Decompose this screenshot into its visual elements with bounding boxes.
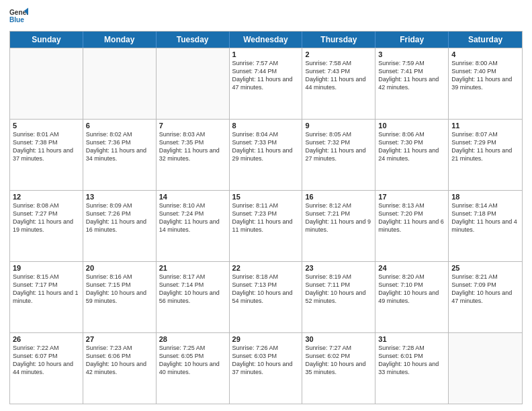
day-cell-22: 22Sunrise: 8:18 AM Sunset: 7:13 PM Dayli… xyxy=(230,262,303,332)
day-cell-12: 12Sunrise: 8:08 AM Sunset: 7:27 PM Dayli… xyxy=(10,191,83,261)
day-header-tuesday: Tuesday xyxy=(157,32,230,48)
day-info: Sunrise: 8:10 AM Sunset: 7:24 PM Dayligh… xyxy=(159,201,226,234)
day-info: Sunrise: 8:02 AM Sunset: 7:36 PM Dayligh… xyxy=(86,130,153,163)
day-info: Sunrise: 8:05 AM Sunset: 7:32 PM Dayligh… xyxy=(305,130,372,163)
day-number: 2 xyxy=(305,50,372,58)
day-number: 27 xyxy=(86,335,153,343)
logo: General Blue xyxy=(9,7,28,26)
day-cell-29: 29Sunrise: 7:26 AM Sunset: 6:03 PM Dayli… xyxy=(230,333,303,404)
day-info: Sunrise: 7:58 AM Sunset: 7:43 PM Dayligh… xyxy=(305,59,372,92)
day-info: Sunrise: 8:19 AM Sunset: 7:11 PM Dayligh… xyxy=(305,273,372,306)
day-info: Sunrise: 8:11 AM Sunset: 7:23 PM Dayligh… xyxy=(232,201,300,234)
day-info: Sunrise: 8:21 AM Sunset: 7:09 PM Dayligh… xyxy=(451,273,519,306)
day-cell-26: 26Sunrise: 7:22 AM Sunset: 6:07 PM Dayli… xyxy=(10,333,83,404)
day-number: 9 xyxy=(305,122,372,130)
day-cell-19: 19Sunrise: 8:15 AM Sunset: 7:17 PM Dayli… xyxy=(10,262,83,332)
day-number: 18 xyxy=(451,193,519,201)
day-number: 12 xyxy=(13,193,80,201)
day-number: 13 xyxy=(86,193,153,201)
day-cell-13: 13Sunrise: 8:09 AM Sunset: 7:26 PM Dayli… xyxy=(83,191,157,261)
day-info: Sunrise: 7:57 AM Sunset: 7:44 PM Dayligh… xyxy=(232,59,300,92)
day-header-saturday: Saturday xyxy=(449,32,522,48)
day-info: Sunrise: 8:20 AM Sunset: 7:10 PM Dayligh… xyxy=(378,273,445,306)
day-number: 6 xyxy=(86,122,153,130)
day-number: 29 xyxy=(232,335,300,343)
day-cell-8: 8Sunrise: 8:04 AM Sunset: 7:33 PM Daylig… xyxy=(230,120,303,190)
day-number: 28 xyxy=(159,335,226,343)
day-info: Sunrise: 8:01 AM Sunset: 7:38 PM Dayligh… xyxy=(13,130,80,163)
day-header-sunday: Sunday xyxy=(10,32,83,48)
day-cell-7: 7Sunrise: 8:03 AM Sunset: 7:35 PM Daylig… xyxy=(157,120,230,190)
day-cell-23: 23Sunrise: 8:19 AM Sunset: 7:11 PM Dayli… xyxy=(302,262,375,332)
day-cell-24: 24Sunrise: 8:20 AM Sunset: 7:10 PM Dayli… xyxy=(375,262,449,332)
day-cell-18: 18Sunrise: 8:14 AM Sunset: 7:18 PM Dayli… xyxy=(449,191,522,261)
week-row-3: 12Sunrise: 8:08 AM Sunset: 7:27 PM Dayli… xyxy=(10,190,522,261)
calendar-body: 1Sunrise: 7:57 AM Sunset: 7:44 PM Daylig… xyxy=(10,48,522,404)
day-number: 30 xyxy=(305,335,372,343)
day-cell-17: 17Sunrise: 8:13 AM Sunset: 7:20 PM Dayli… xyxy=(375,191,449,261)
week-row-2: 5Sunrise: 8:01 AM Sunset: 7:38 PM Daylig… xyxy=(10,119,522,190)
day-cell-21: 21Sunrise: 8:17 AM Sunset: 7:14 PM Dayli… xyxy=(157,262,230,332)
day-number: 11 xyxy=(451,122,519,130)
day-cell-3: 3Sunrise: 7:59 AM Sunset: 7:41 PM Daylig… xyxy=(375,48,449,119)
empty-cell xyxy=(10,48,83,119)
day-header-thursday: Thursday xyxy=(302,32,375,48)
day-cell-11: 11Sunrise: 8:07 AM Sunset: 7:29 PM Dayli… xyxy=(449,120,522,190)
week-row-5: 26Sunrise: 7:22 AM Sunset: 6:07 PM Dayli… xyxy=(10,332,522,404)
day-cell-4: 4Sunrise: 8:00 AM Sunset: 7:40 PM Daylig… xyxy=(449,48,522,119)
logo-icon: General Blue xyxy=(9,7,28,26)
day-cell-30: 30Sunrise: 7:27 AM Sunset: 6:02 PM Dayli… xyxy=(302,333,375,404)
day-info: Sunrise: 8:12 AM Sunset: 7:21 PM Dayligh… xyxy=(305,201,372,234)
day-info: Sunrise: 8:17 AM Sunset: 7:14 PM Dayligh… xyxy=(159,273,226,306)
day-header-monday: Monday xyxy=(83,32,157,48)
day-number: 25 xyxy=(451,264,519,272)
day-info: Sunrise: 8:13 AM Sunset: 7:20 PM Dayligh… xyxy=(378,201,445,234)
day-cell-10: 10Sunrise: 8:06 AM Sunset: 7:30 PM Dayli… xyxy=(375,120,449,190)
calendar-header: SundayMondayTuesdayWednesdayThursdayFrid… xyxy=(10,32,522,48)
day-number: 15 xyxy=(232,193,300,201)
day-info: Sunrise: 7:23 AM Sunset: 6:06 PM Dayligh… xyxy=(86,344,153,377)
day-info: Sunrise: 8:08 AM Sunset: 7:27 PM Dayligh… xyxy=(13,201,80,234)
day-cell-6: 6Sunrise: 8:02 AM Sunset: 7:36 PM Daylig… xyxy=(83,120,157,190)
day-number: 23 xyxy=(305,264,372,272)
day-info: Sunrise: 8:03 AM Sunset: 7:35 PM Dayligh… xyxy=(159,130,226,163)
day-cell-2: 2Sunrise: 7:58 AM Sunset: 7:43 PM Daylig… xyxy=(302,48,375,119)
day-number: 19 xyxy=(13,264,80,272)
day-info: Sunrise: 7:28 AM Sunset: 6:01 PM Dayligh… xyxy=(378,344,445,377)
day-number: 31 xyxy=(378,335,445,343)
day-info: Sunrise: 8:14 AM Sunset: 7:18 PM Dayligh… xyxy=(451,201,519,234)
empty-cell xyxy=(83,48,157,119)
day-number: 21 xyxy=(159,264,226,272)
day-number: 14 xyxy=(159,193,226,201)
day-info: Sunrise: 7:26 AM Sunset: 6:03 PM Dayligh… xyxy=(232,344,300,377)
day-number: 4 xyxy=(451,50,519,58)
day-header-wednesday: Wednesday xyxy=(230,32,303,48)
day-number: 8 xyxy=(232,122,300,130)
day-number: 22 xyxy=(232,264,300,272)
day-number: 24 xyxy=(378,264,445,272)
day-number: 3 xyxy=(378,50,445,58)
week-row-4: 19Sunrise: 8:15 AM Sunset: 7:17 PM Dayli… xyxy=(10,261,522,332)
day-header-friday: Friday xyxy=(375,32,449,48)
day-number: 1 xyxy=(232,50,300,58)
day-number: 20 xyxy=(86,264,153,272)
day-number: 17 xyxy=(378,193,445,201)
day-cell-20: 20Sunrise: 8:16 AM Sunset: 7:15 PM Dayli… xyxy=(83,262,157,332)
day-info: Sunrise: 8:06 AM Sunset: 7:30 PM Dayligh… xyxy=(378,130,445,163)
day-cell-27: 27Sunrise: 7:23 AM Sunset: 6:06 PM Dayli… xyxy=(83,333,157,404)
day-info: Sunrise: 7:27 AM Sunset: 6:02 PM Dayligh… xyxy=(305,344,372,377)
week-row-1: 1Sunrise: 7:57 AM Sunset: 7:44 PM Daylig… xyxy=(10,48,522,119)
empty-cell xyxy=(449,333,522,404)
header: General Blue xyxy=(9,7,523,26)
day-number: 10 xyxy=(378,122,445,130)
day-cell-25: 25Sunrise: 8:21 AM Sunset: 7:09 PM Dayli… xyxy=(449,262,522,332)
day-info: Sunrise: 8:09 AM Sunset: 7:26 PM Dayligh… xyxy=(86,201,153,234)
day-cell-14: 14Sunrise: 8:10 AM Sunset: 7:24 PM Dayli… xyxy=(157,191,230,261)
day-info: Sunrise: 7:22 AM Sunset: 6:07 PM Dayligh… xyxy=(13,344,80,377)
day-cell-31: 31Sunrise: 7:28 AM Sunset: 6:01 PM Dayli… xyxy=(375,333,449,404)
day-info: Sunrise: 8:16 AM Sunset: 7:15 PM Dayligh… xyxy=(86,273,153,306)
day-cell-16: 16Sunrise: 8:12 AM Sunset: 7:21 PM Dayli… xyxy=(302,191,375,261)
day-info: Sunrise: 8:18 AM Sunset: 7:13 PM Dayligh… xyxy=(232,273,300,306)
day-info: Sunrise: 7:59 AM Sunset: 7:41 PM Dayligh… xyxy=(378,59,445,92)
day-info: Sunrise: 8:15 AM Sunset: 7:17 PM Dayligh… xyxy=(13,273,80,306)
